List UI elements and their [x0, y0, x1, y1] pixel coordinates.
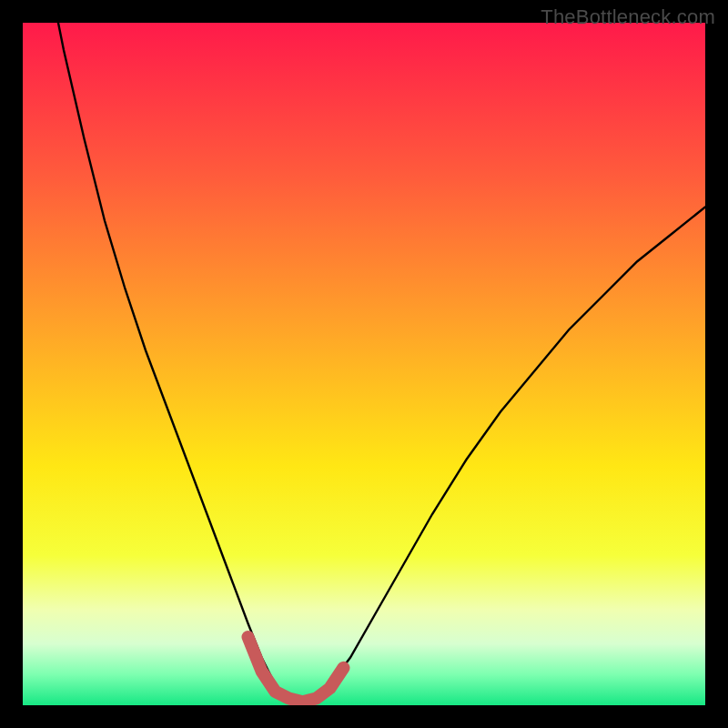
watermark-text: TheBottleneck.com	[541, 5, 715, 29]
chart-container: TheBottleneck.com	[0, 0, 728, 728]
gradient-background	[23, 23, 705, 705]
bottleneck-chart	[23, 23, 705, 705]
